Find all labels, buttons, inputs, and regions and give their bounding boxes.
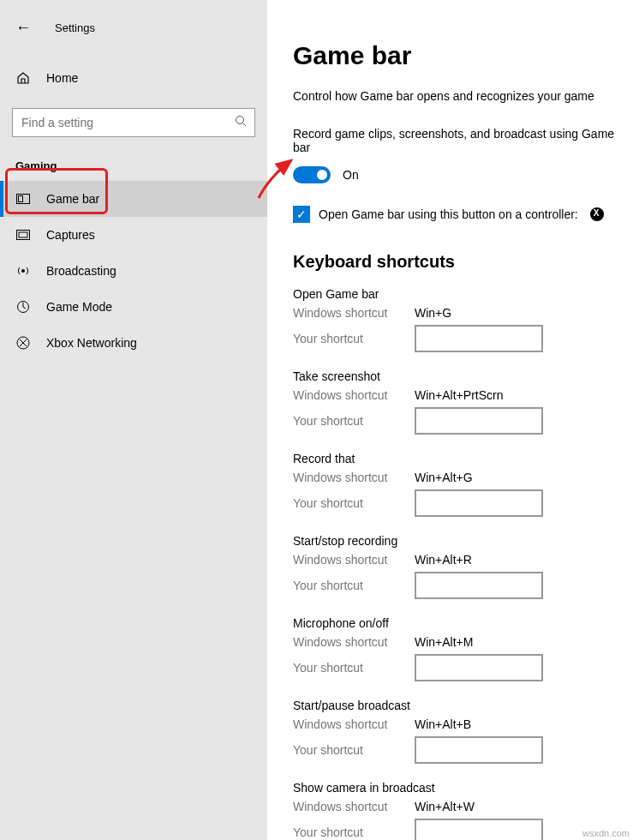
sidebar: ← Settings Home Gaming Game bar Captures… [0, 0, 267, 840]
record-toggle-row: On [293, 166, 633, 183]
captures-icon [15, 227, 31, 243]
shortcut-group: Record thatWindows shortcutWin+Alt+GYour… [293, 452, 633, 517]
nav-game-mode[interactable]: Game Mode [0, 289, 267, 325]
your-shortcut-label: Your shortcut [293, 332, 415, 345]
windows-shortcut-label: Windows shortcut [293, 388, 415, 402]
windows-shortcut-label: Windows shortcut [293, 553, 415, 567]
your-shortcut-input[interactable] [415, 572, 543, 599]
watermark: wsxdn.com [582, 828, 630, 838]
windows-shortcut-value: Win+Alt+G [415, 471, 473, 484]
windows-shortcut-row: Windows shortcutWin+Alt+B [293, 717, 633, 731]
your-shortcut-row: Your shortcut [293, 407, 633, 435]
record-toggle[interactable] [293, 166, 331, 183]
your-shortcut-input[interactable] [415, 489, 543, 517]
svg-point-6 [21, 269, 25, 273]
your-shortcut-label: Your shortcut [293, 496, 415, 510]
nav-broadcasting[interactable]: Broadcasting [0, 253, 267, 289]
shortcut-group: Take screenshotWindows shortcutWin+Alt+P… [293, 369, 633, 435]
your-shortcut-row: Your shortcut [293, 572, 633, 599]
svg-rect-3 [19, 196, 23, 202]
toggle-state: On [343, 168, 359, 182]
broadcasting-icon [15, 263, 31, 279]
shortcut-title: Record that [293, 452, 633, 465]
game-bar-icon [15, 191, 31, 207]
your-shortcut-label: Your shortcut [293, 743, 415, 757]
xbox-button-icon [590, 207, 604, 221]
record-desc: Record game clips, screenshots, and broa… [293, 127, 633, 154]
windows-shortcut-label: Windows shortcut [293, 800, 415, 813]
nav-item-label: Broadcasting [46, 264, 116, 278]
svg-rect-5 [19, 232, 27, 237]
windows-shortcut-value: Win+Alt+W [415, 800, 475, 813]
nav-item-label: Captures [46, 228, 95, 242]
shortcuts-heading: Keyboard shortcuts [293, 252, 633, 272]
controller-checkbox-row: ✓ Open Game bar using this button on a c… [293, 206, 633, 223]
nav-item-label: Game bar [46, 192, 99, 206]
windows-shortcut-row: Windows shortcutWin+Alt+G [293, 471, 633, 484]
main-content: Game bar Control how Game bar opens and … [267, 0, 633, 840]
shortcut-title: Take screenshot [293, 369, 633, 383]
windows-shortcut-label: Windows shortcut [293, 471, 415, 484]
back-arrow-icon[interactable]: ← [15, 19, 31, 37]
nav-game-bar[interactable]: Game bar [0, 181, 267, 217]
your-shortcut-label: Your shortcut [293, 661, 415, 675]
windows-shortcut-row: Windows shortcutWin+Alt+M [293, 635, 633, 649]
windows-shortcut-label: Windows shortcut [293, 717, 415, 731]
nav-home-label: Home [46, 71, 78, 85]
xbox-icon [15, 335, 31, 351]
search-icon [235, 115, 247, 129]
shortcut-group: Microphone on/offWindows shortcutWin+Alt… [293, 616, 633, 681]
shortcut-group: Open Game barWindows shortcutWin+GYour s… [293, 287, 633, 352]
page-heading: Game bar [293, 41, 633, 70]
windows-shortcut-value: Win+Alt+PrtScrn [415, 388, 503, 402]
windows-shortcut-row: Windows shortcutWin+G [293, 306, 633, 320]
nav-item-label: Game Mode [46, 300, 112, 314]
your-shortcut-input[interactable] [415, 819, 543, 840]
windows-shortcut-label: Windows shortcut [293, 306, 415, 320]
svg-line-1 [243, 123, 247, 127]
shortcut-group: Start/stop recordingWindows shortcutWin+… [293, 534, 633, 599]
home-icon [15, 70, 31, 86]
shortcut-group: Start/pause broadcastWindows shortcutWin… [293, 699, 633, 764]
windows-shortcut-row: Windows shortcutWin+Alt+R [293, 553, 633, 567]
search-wrap [12, 108, 255, 137]
controller-checkbox[interactable]: ✓ [293, 206, 310, 223]
windows-shortcut-row: Windows shortcutWin+Alt+W [293, 800, 633, 813]
windows-shortcut-value: Win+Alt+B [415, 717, 471, 731]
shortcut-list: Open Game barWindows shortcutWin+GYour s… [293, 287, 633, 840]
nav-xbox-networking[interactable]: Xbox Networking [0, 325, 267, 361]
your-shortcut-input[interactable] [415, 736, 543, 764]
windows-shortcut-value: Win+Alt+R [415, 553, 472, 567]
your-shortcut-label: Your shortcut [293, 579, 415, 592]
windows-shortcut-label: Windows shortcut [293, 635, 415, 649]
search-input[interactable] [12, 108, 255, 137]
window-title: Settings [55, 21, 95, 34]
your-shortcut-row: Your shortcut [293, 736, 633, 764]
windows-shortcut-value: Win+Alt+M [415, 635, 473, 649]
shortcut-title: Open Game bar [293, 287, 633, 301]
shortcut-title: Show camera in broadcast [293, 781, 633, 795]
shortcut-title: Start/pause broadcast [293, 699, 633, 712]
nav-item-label: Xbox Networking [46, 336, 137, 350]
your-shortcut-row: Your shortcut [293, 489, 633, 517]
svg-point-0 [236, 117, 244, 124]
your-shortcut-input[interactable] [415, 325, 543, 352]
controller-checkbox-label: Open Game bar using this button on a con… [319, 207, 578, 221]
nav-home[interactable]: Home [0, 60, 267, 96]
your-shortcut-row: Your shortcut [293, 654, 633, 681]
your-shortcut-row: Your shortcut [293, 325, 633, 352]
your-shortcut-label: Your shortcut [293, 414, 415, 428]
section-label: Gaming [0, 149, 267, 181]
topbar: ← Settings [0, 10, 267, 45]
shortcut-title: Start/stop recording [293, 534, 633, 548]
game-mode-icon [15, 299, 31, 315]
your-shortcut-label: Your shortcut [293, 825, 415, 839]
your-shortcut-input[interactable] [415, 654, 543, 681]
windows-shortcut-row: Windows shortcutWin+Alt+PrtScrn [293, 388, 633, 402]
windows-shortcut-value: Win+G [415, 306, 451, 320]
page-desc: Control how Game bar opens and recognize… [293, 89, 633, 103]
nav-captures[interactable]: Captures [0, 217, 267, 253]
your-shortcut-input[interactable] [415, 407, 543, 435]
shortcut-title: Microphone on/off [293, 616, 633, 630]
